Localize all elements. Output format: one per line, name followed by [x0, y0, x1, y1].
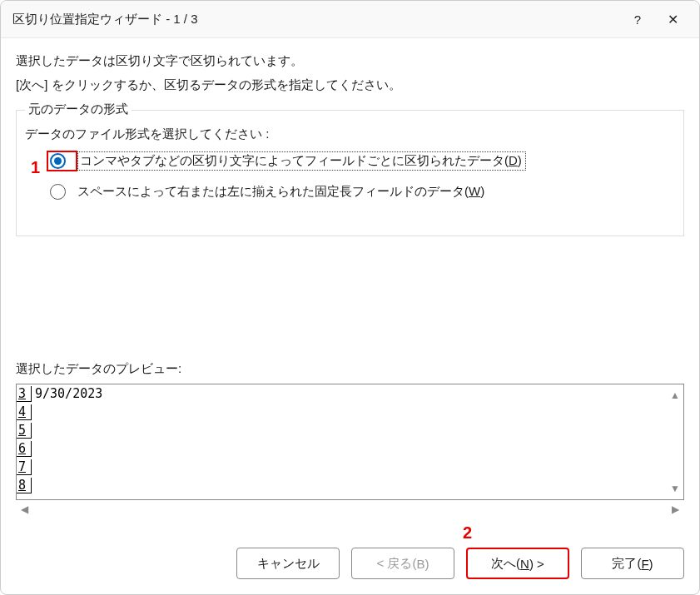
table-row: 7 [17, 458, 683, 476]
titlebar: 区切り位置指定ウィザード - 1 / 3 ? ✕ [1, 1, 699, 38]
preview-area: 3 9/30/2023 4 5 6 7 [16, 384, 684, 500]
cancel-button[interactable]: キャンセル [236, 548, 340, 579]
annotation-2: 2 [463, 523, 472, 543]
dialog-content: 選択したデータは区切り文字で区切られています。 [次へ] をクリックするか、区切… [1, 38, 699, 539]
table-row: 3 9/30/2023 [17, 384, 683, 403]
radio-delimited-row[interactable]: コンマやタブなどの区切り文字によってフィールドごとに区切られたデータ(D) [25, 151, 675, 171]
annotation-highlight-1 [47, 151, 77, 171]
data-format-group: 元のデータの形式 データのファイル形式を選択してください : コンマやタブなどの… [16, 110, 684, 236]
dialog-title: 区切り位置指定ウィザード - 1 / 3 [12, 12, 618, 27]
button-row: キャンセル < 戻る(B) 次へ(N) > 完了(F) [1, 539, 699, 594]
radio-fixedwidth-label: スペースによって右または左に揃えられた固定長フィールドのデータ(W) [77, 184, 484, 200]
next-button[interactable]: 次へ(N) > [466, 548, 569, 579]
table-row: 5 [17, 421, 683, 439]
annotation-1: 1 [31, 158, 40, 177]
radio-delimited[interactable] [50, 153, 66, 169]
group-title: 元のデータの形式 [25, 102, 132, 117]
back-button: < 戻る(B) [351, 548, 454, 579]
close-button[interactable]: ✕ [658, 7, 688, 31]
scroll-up-icon[interactable]: ▲ [670, 389, 680, 401]
horizontal-scroll[interactable]: ◀ ▶ [16, 502, 684, 523]
wizard-dialog: 区切り位置指定ウィザード - 1 / 3 ? ✕ 選択したデータは区切り文字で区… [0, 0, 700, 595]
scroll-down-icon[interactable]: ▼ [670, 483, 680, 494]
description-line-1: 選択したデータは区切り文字で区切られています。 [16, 53, 684, 69]
radio-fixedwidth[interactable] [50, 184, 66, 200]
help-button[interactable]: ? [623, 7, 653, 31]
table-row: 4 [17, 403, 683, 421]
table-row: 6 [17, 439, 683, 458]
format-instruction: データのファイル形式を選択してください : [25, 126, 675, 142]
description-line-2: [次へ] をクリックするか、区切るデータの形式を指定してください。 [16, 77, 684, 93]
radio-fixedwidth-row[interactable]: スペースによって右または左に揃えられた固定長フィールドのデータ(W) [25, 181, 675, 202]
radio-delimited-label: コンマやタブなどの区切り文字によってフィールドごとに区切られたデータ(D) [77, 151, 526, 171]
finish-button[interactable]: 完了(F) [581, 548, 684, 579]
preview-table: 3 9/30/2023 4 5 6 7 [17, 384, 683, 494]
table-row: 8 [17, 476, 683, 494]
scroll-left-icon[interactable]: ◀ [21, 503, 28, 515]
preview-label: 選択したデータのプレビュー: [16, 361, 684, 377]
scroll-right-icon[interactable]: ▶ [672, 503, 679, 515]
